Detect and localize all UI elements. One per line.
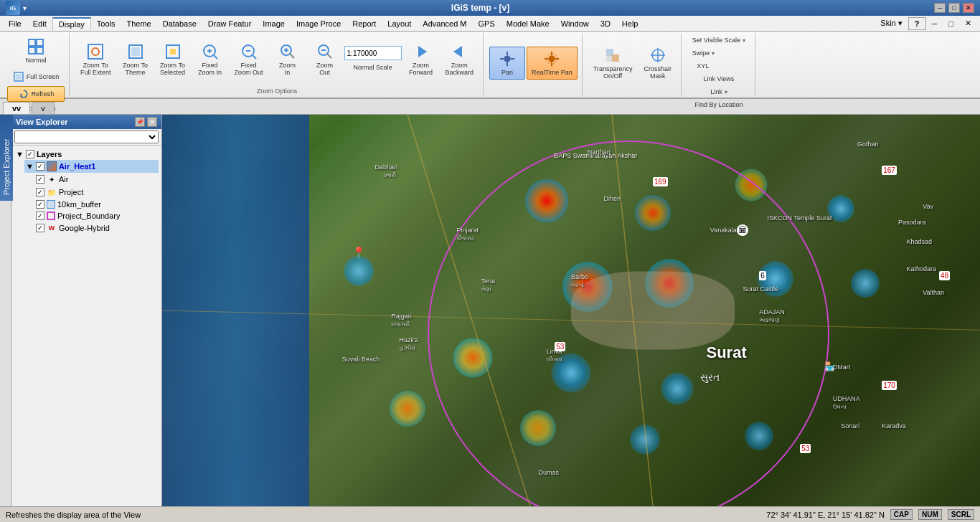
view-explorer-title: View Explorer [16,118,68,126]
layer-air[interactable]: ✦ Air [34,173,159,186]
menu-advanced-m[interactable]: Advanced M [417,18,472,29]
scale-input[interactable] [344,46,402,60]
cap-indicator: CAP [890,509,913,520]
layer-project-checkbox[interactable] [36,188,44,196]
menu-tools[interactable]: Tools [91,18,121,29]
road-label-53: 53 [555,342,565,351]
layer-project-boundary[interactable]: Project_Boundary [34,210,159,222]
menu-image-proce[interactable]: Image Proce [291,18,347,29]
svg-rect-1 [37,39,43,46]
close-pane-button[interactable]: ✕ [959,17,977,29]
set-visible-scale-button[interactable]: Set Visible Scale ▾ [689,34,749,46]
link-button[interactable]: Link ▾ [691,86,746,98]
menu-report[interactable]: Report [347,18,382,29]
find-by-location-button[interactable]: Find By Location [691,99,746,110]
close-button[interactable]: ✕ [963,3,974,13]
pan-icon [499,50,516,67]
menu-display[interactable]: Display [52,17,91,30]
layer-project[interactable]: 📁 Project [34,186,159,199]
coordinates-display: 72° 34' 41.91" E, 21° 15' 41.82" N [766,511,885,519]
svg-rect-33 [612,54,619,62]
sidebar-close-button[interactable]: ✕ [147,117,157,127]
menu-image[interactable]: Image [257,18,291,29]
zoom-to-theme-button[interactable]: Zoom ToTheme [118,39,154,80]
project-explorer-tab[interactable]: Project Explorer [0,115,13,201]
menu-help[interactable]: Help [616,18,644,29]
menu-edit[interactable]: Edit [27,18,52,29]
link-views-button[interactable]: Link Views [691,73,746,85]
xyl-button[interactable]: XYL [689,60,717,72]
svg-line-23 [290,54,294,58]
layer-air-checkbox[interactable] [36,175,44,184]
layer-tree: ▼ Layers ▼ Air_Heat1 ✦ Air [11,146,161,237]
map-marker-iskcon: 🏛 [737,224,748,236]
layer-point-icon: ✦ [47,174,57,184]
maximize-button[interactable]: □ [948,3,960,13]
fixed-zoom-out-button[interactable]: FixedZoom Out [230,39,268,80]
zoom-in-button[interactable]: ZoomIn [270,39,306,80]
zoom-to-theme-icon [127,43,144,60]
layer-air-heat1-checkbox[interactable] [36,162,44,171]
zoom-to-selected-label: Zoom ToSelected [160,62,185,76]
sidebar-view-select[interactable] [14,130,159,143]
menu-layout[interactable]: Layout [382,18,417,29]
menu-window[interactable]: Window [555,18,595,29]
menu-model-make[interactable]: Model Make [501,18,555,29]
main-content: Project Explorer View Explorer 📌 ✕ ▼ Lay… [0,115,980,506]
layer-air-heat1[interactable]: ▼ Air_Heat1 [24,160,159,173]
layer-10km-buffer[interactable]: 10km_buffer [34,199,159,210]
zoom-forward-label: ZoomForward [409,62,433,76]
restore-pane-button[interactable]: □ [943,18,959,29]
realtime-pan-button[interactable]: RealTime Pan [527,47,578,80]
layer-boundary-checkbox[interactable] [36,212,44,220]
pan-button[interactable]: Pan [489,47,525,80]
layer-google-checkbox[interactable] [36,224,44,232]
view-tab-vv[interactable]: vv [3,102,30,114]
layer-google-hybrid[interactable]: W Google-Hybrid [34,222,159,234]
menu-theme[interactable]: Theme [121,18,156,29]
zoom-in-label: ZoomIn [279,62,296,76]
layers-root-checkbox[interactable] [26,150,34,158]
menu-draw-featur[interactable]: Draw Featur [202,18,258,29]
skin-selector[interactable]: Skin ▾ [875,17,908,29]
layer-boundary-icon [47,212,55,220]
full-screen-button[interactable]: Full Screen [7,69,65,85]
road-label-170: 170 [882,381,897,390]
layers-root-item[interactable]: ▼ Layers [14,148,159,160]
zoom-to-selected-button[interactable]: Zoom ToSelected [155,39,191,80]
refresh-button[interactable]: Refresh [7,86,65,102]
view-tab-v[interactable]: v [32,102,55,114]
zoom-out-button[interactable]: ZoomOut [307,39,343,80]
map-pin-dabhari: 📍 [352,246,366,260]
help-button[interactable]: ? [908,17,926,30]
sidebar-pin-button[interactable]: 📌 [135,117,145,127]
road-label-53b: 53 [800,444,811,453]
menu-3d[interactable]: 3D [595,18,616,29]
crosshair-mask-button[interactable]: CrosshairMask [639,43,677,83]
layer-boundary-label: Project_Boundary [57,212,120,220]
minimize-button[interactable]: ─ [934,3,946,13]
svg-line-19 [253,55,256,59]
fixed-zoom-in-button[interactable]: FixedZoom In [192,39,228,80]
menu-file[interactable]: File [3,18,27,29]
menu-gps[interactable]: GPS [473,18,501,29]
link-label: Link [710,88,722,95]
layer-10km-checkbox[interactable] [36,200,44,209]
zoom-backward-button[interactable]: ZoomBackward [440,39,479,80]
svg-rect-7 [88,44,103,59]
zoom-backward-label: ZoomBackward [446,62,474,76]
find-by-location-label: Find By Location [694,101,743,108]
svg-rect-3 [37,47,43,54]
menu-database[interactable]: Database [157,18,202,29]
zoom-forward-button[interactable]: ZoomForward [403,39,439,80]
transparency-button[interactable]: TransparencyOn/Off [588,43,638,83]
zoom-full-extent-button[interactable]: Zoom ToFull Extent [75,39,116,80]
swipe-button[interactable]: Swipe ▾ [689,47,719,59]
minimize-pane-button[interactable]: ─ [926,18,943,29]
layer-10km-label: 10km_buffer [57,200,101,209]
normal-scale-button[interactable]: Normal Scale [350,62,396,73]
map-area[interactable]: Surat સુરત BAPS Swaminarayan Akshar Goth… [162,115,980,506]
ribbon-group-pan: Pan RealTime Pan [485,33,583,96]
svg-rect-10 [131,47,140,56]
normal-scale-button[interactable]: Normal [18,34,54,67]
